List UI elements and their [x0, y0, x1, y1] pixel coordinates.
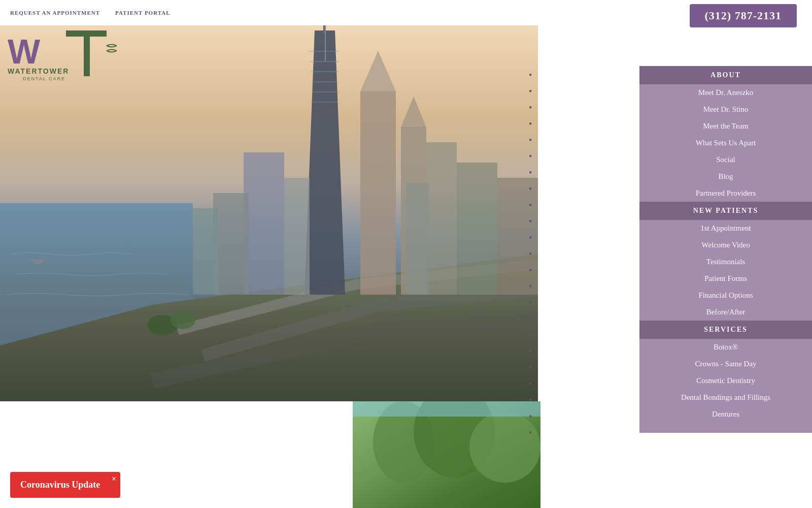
dot-15: •: [529, 295, 532, 311]
nav-blog[interactable]: Blog: [639, 168, 812, 185]
request-appointment-link[interactable]: REQUEST AN APPOINTMENT: [10, 10, 100, 16]
svg-rect-21: [284, 178, 310, 295]
dot-9: •: [529, 197, 532, 213]
svg-rect-2: [66, 30, 107, 37]
about-section-header: ABOUT: [639, 66, 812, 84]
svg-rect-27: [406, 183, 429, 295]
svg-rect-11: [310, 61, 339, 62]
svg-rect-10: [309, 51, 339, 52]
top-bar-links: REQUEST AN APPOINTMENT PATIENT PORTAL: [10, 10, 171, 16]
logo-container: W WATERTOWER DENTAL CARE: [5, 25, 117, 83]
nav-dental-bondings[interactable]: Dental Bondings and Fillings: [639, 389, 812, 406]
nav-dots-column: • • • • • • • • • • • • • • • • • • • • …: [529, 67, 532, 441]
svg-rect-22: [426, 142, 457, 295]
svg-rect-34: [353, 401, 540, 417]
nav-meet-dr-aneszko[interactable]: Meet Dr. Aneszko: [639, 84, 812, 101]
dot-2: •: [529, 83, 532, 100]
dot-14: •: [529, 278, 532, 295]
services-section-header: SERVICES: [639, 321, 812, 339]
dot-22: •: [529, 408, 532, 425]
svg-rect-23: [457, 163, 497, 295]
dot-16: •: [529, 311, 532, 327]
logo-svg[interactable]: W WATERTOWER DENTAL CARE: [5, 25, 117, 81]
covid-label: Coronavirus Update: [20, 480, 100, 490]
svg-rect-14: [312, 91, 339, 92]
svg-rect-13: [312, 81, 339, 82]
dot-4: •: [529, 116, 532, 132]
svg-point-29: [170, 311, 195, 329]
dot-21: •: [529, 392, 532, 408]
covid-banner: Coronavirus Update ×: [10, 472, 120, 498]
nav-dentures[interactable]: Dentures: [639, 406, 812, 423]
phone-button[interactable]: (312) 787-2131: [690, 4, 797, 27]
svg-rect-1: [84, 30, 90, 76]
dot-3: •: [529, 100, 532, 116]
svg-rect-16: [360, 91, 396, 295]
dot-1: •: [529, 67, 532, 83]
nav-social[interactable]: Social: [639, 151, 812, 168]
dot-23: •: [529, 425, 532, 441]
bottom-image-svg: [353, 401, 540, 508]
dot-12: •: [529, 246, 532, 262]
nav-testimonials[interactable]: Testimonials: [639, 253, 812, 270]
dot-6: •: [529, 148, 532, 165]
nav-before-after[interactable]: Before/After: [639, 304, 812, 321]
dot-18: •: [529, 343, 532, 360]
dot-8: •: [529, 181, 532, 197]
nav-partnered-providers[interactable]: Partnered Providers: [639, 185, 812, 202]
nav-meet-dr-stino[interactable]: Meet Dr. Stino: [639, 101, 812, 118]
svg-text:DENTAL CARE: DENTAL CARE: [23, 76, 65, 81]
dot-17: •: [529, 327, 532, 343]
patient-portal-link[interactable]: PATIENT PORTAL: [115, 10, 170, 16]
svg-text:W: W: [8, 32, 41, 71]
new-patients-section-header: NEW PATIENTS: [639, 202, 812, 220]
nav-patient-forms[interactable]: Patient Forms: [639, 270, 812, 287]
nav-meet-the-team[interactable]: Meet the Team: [639, 118, 812, 135]
nav-botox[interactable]: Botox®: [639, 339, 812, 356]
svg-rect-25: [213, 193, 249, 295]
dot-20: •: [529, 376, 532, 392]
svg-rect-12: [311, 71, 339, 72]
nav-cosmetic-dentistry[interactable]: Cosmetic Dentistry: [639, 372, 812, 389]
nav-financial-options[interactable]: Financial Options: [639, 287, 812, 304]
nav-dropdown: ABOUT Meet Dr. Aneszko Meet Dr. Stino Me…: [639, 66, 812, 433]
nav-1st-appointment[interactable]: 1st Appointment: [639, 220, 812, 237]
dot-10: •: [529, 213, 532, 230]
svg-rect-26: [193, 208, 218, 295]
nav-what-sets-us-apart[interactable]: What Sets Us Apart: [639, 135, 812, 151]
bottom-image: [353, 401, 540, 508]
nav-welcome-video[interactable]: Welcome Video: [639, 237, 812, 253]
dot-5: •: [529, 132, 532, 148]
nav-crowns-same-day[interactable]: Crowns - Same Day: [639, 356, 812, 372]
dot-7: •: [529, 165, 532, 181]
covid-close-button[interactable]: ×: [112, 474, 116, 484]
svg-rect-20: [244, 152, 284, 295]
top-bar: REQUEST AN APPOINTMENT PATIENT PORTAL (3…: [0, 0, 812, 25]
svg-rect-15: [313, 102, 338, 103]
dot-11: •: [529, 230, 532, 246]
dot-19: •: [529, 360, 532, 376]
svg-text:WATERTOWER: WATERTOWER: [8, 67, 69, 75]
dot-13: •: [529, 262, 532, 278]
